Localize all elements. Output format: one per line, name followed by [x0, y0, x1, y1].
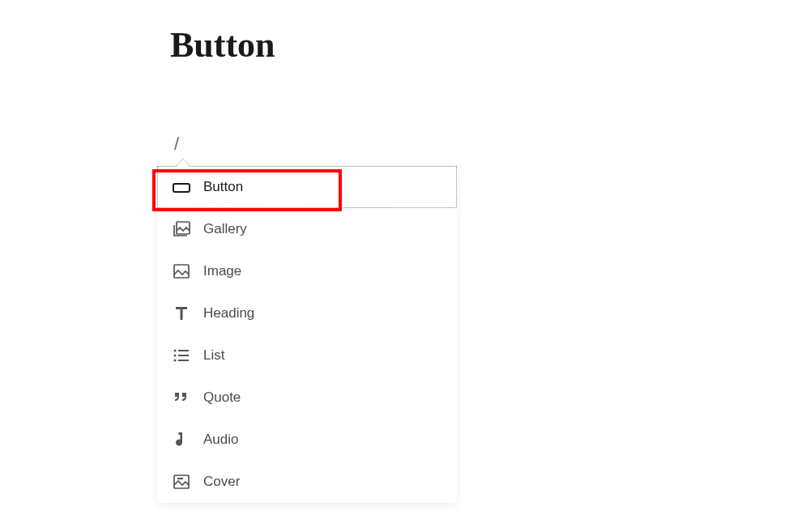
menu-item-audio[interactable]: Audio [157, 419, 457, 461]
svg-rect-4 [178, 350, 189, 351]
heading-icon [172, 304, 191, 323]
menu-item-heading[interactable]: Heading [157, 292, 457, 334]
cover-icon [172, 472, 191, 492]
menu-item-label: Button [203, 179, 243, 195]
image-icon [172, 262, 191, 281]
block-inserter-menu: Button Gallery Image Heading [157, 166, 457, 503]
menu-item-cover[interactable]: Cover [157, 461, 457, 503]
menu-item-label: Cover [203, 474, 240, 490]
svg-rect-6 [178, 355, 189, 356]
svg-point-7 [174, 360, 177, 362]
menu-item-gallery[interactable]: Gallery [157, 208, 457, 250]
quote-icon [172, 388, 191, 407]
menu-item-list[interactable]: List [157, 334, 457, 377]
svg-rect-0 [173, 184, 190, 192]
menu-item-label: Audio [203, 432, 238, 448]
menu-item-image[interactable]: Image [157, 250, 457, 292]
menu-item-label: Quote [203, 389, 241, 406]
menu-item-label: Image [203, 263, 241, 279]
svg-rect-9 [174, 475, 189, 488]
menu-item-label: Heading [203, 305, 254, 321]
menu-item-label: Gallery [203, 221, 247, 237]
svg-rect-8 [178, 360, 189, 361]
gallery-icon [172, 219, 191, 239]
audio-icon [172, 430, 191, 449]
page-title: Button [170, 24, 275, 66]
svg-point-3 [174, 350, 177, 352]
menu-item-button[interactable]: Button [157, 166, 457, 208]
button-icon [172, 177, 191, 197]
svg-point-5 [174, 355, 177, 357]
svg-rect-2 [174, 265, 189, 278]
menu-item-quote[interactable]: Quote [157, 377, 457, 419]
slash-command-input[interactable]: / [174, 134, 179, 155]
menu-item-label: List [203, 347, 224, 364]
list-icon [172, 346, 191, 365]
dropdown-arrow [177, 160, 190, 167]
